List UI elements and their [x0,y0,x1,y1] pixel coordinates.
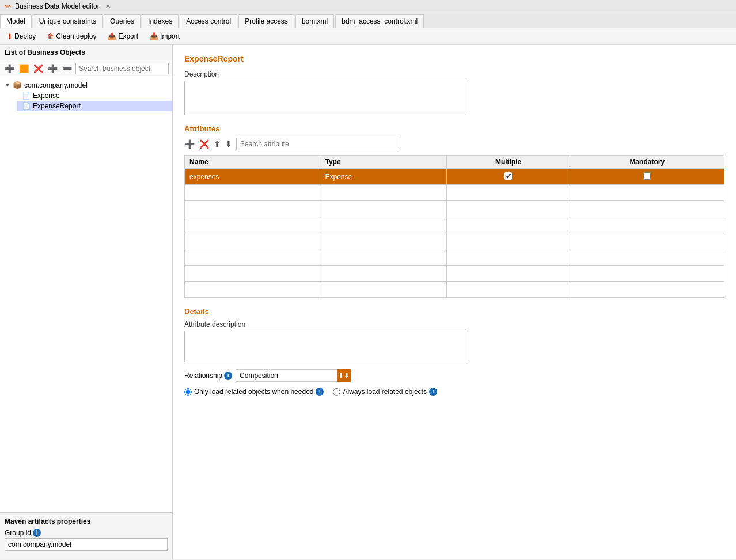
sidebar: List of Business Objects ➕ 🟧 ❌ ➕ ➖ ▼ 📦 c… [0,45,173,559]
empty-row-7 [185,282,724,298]
lazy-load-info-icon[interactable]: i [316,388,324,396]
group-id-input[interactable] [5,538,168,551]
description-textarea[interactable] [184,81,466,115]
group-id-info-icon[interactable]: i [33,529,41,537]
title-bar-close[interactable]: ✕ [105,3,111,10]
object-name-title: ExpenseReport [184,54,724,63]
export-button[interactable]: 📤 Export [105,31,141,41]
relationship-info-icon[interactable]: i [224,372,232,380]
add-package-button[interactable]: 🟧 [18,63,30,74]
package-icon: 📦 [13,81,22,89]
relationship-select[interactable]: Composition Aggregation [236,369,351,382]
object-icon-expense-report: 📄 [22,102,31,110]
empty-row-3 [185,217,724,233]
maven-group-id-label: Group id i [5,529,168,537]
empty-row-4 [185,233,724,249]
tab-bar: Model Unique constraints Queries Indexes… [0,13,736,28]
search-attribute-input[interactable] [236,138,397,150]
tree-children: 📄 Expense 📄 ExpenseReport [0,90,172,111]
attr-multiple-cell[interactable] [446,169,570,185]
delete-object-button[interactable]: ❌ [32,63,44,74]
tree-expense-report-item[interactable]: 📄 ExpenseReport [17,101,172,111]
mandatory-checkbox[interactable] [643,172,651,180]
relationship-select-wrap: Composition Aggregation ⬆⬇ [236,369,351,382]
attr-desc-label: Attribute description [184,320,724,328]
relationship-row: Relationship i Composition Aggregation ⬆… [184,369,724,382]
move-up-button[interactable]: ⬆ [213,139,221,149]
empty-row-1 [185,185,724,201]
table-row[interactable]: expenses Expense [185,169,724,185]
deploy-button[interactable]: ⬆ Deploy [5,31,38,41]
attributes-toolbar: ➕ ❌ ⬆ ⬇ [184,138,724,150]
tab-bom-xml[interactable]: bom.xml [295,14,334,28]
tab-unique-constraints[interactable]: Unique constraints [33,14,103,28]
add-attribute-button[interactable]: ➕ [184,139,195,149]
attr-type-cell: Expense [320,169,446,185]
clean-deploy-icon: 🗑 [47,32,54,40]
expense-label: Expense [33,92,60,100]
import-button[interactable]: 📥 Import [147,31,182,41]
expand-button[interactable]: ➕ [47,63,59,74]
col-mandatory: Mandatory [570,156,724,169]
move-down-button[interactable]: ⬇ [225,139,233,149]
eager-load-info-icon[interactable]: i [429,388,437,396]
editor-icon: ✏ [5,2,12,11]
sidebar-header: List of Business Objects [0,45,172,60]
search-business-object-input[interactable] [75,63,169,74]
tab-profile-access[interactable]: Profile access [238,14,294,28]
col-name: Name [185,156,320,169]
tree-expense-item[interactable]: 📄 Expense [17,90,172,101]
deploy-icon: ⬆ [7,32,13,40]
description-label: Description [184,70,724,78]
attr-mandatory-cell[interactable] [570,169,724,185]
details-title: Details [184,307,724,316]
content-area: ExpenseReport Description Attributes ➕ ❌… [173,45,736,559]
tree-area: ▼ 📦 com.company.model 📄 Expense 📄 Expens… [0,77,172,512]
maven-section: Maven artifacts properties Group id i [0,512,172,559]
main-toolbar: ⬆ Deploy 🗑 Clean deploy 📤 Export 📥 Impor… [0,28,736,45]
col-type: Type [320,156,446,169]
tree-toggle: ▼ [5,82,10,88]
tab-queries[interactable]: Queries [104,14,141,28]
empty-row-5 [185,249,724,266]
radio-row: Only load related objects when needed i … [184,388,724,396]
radio-eager-load[interactable]: Always load related objects i [333,388,437,396]
attr-desc-textarea[interactable] [184,331,466,362]
radio-lazy-load[interactable]: Only load related objects when needed i [184,388,324,396]
delete-attribute-button[interactable]: ❌ [199,139,210,149]
empty-row-6 [185,266,724,282]
tab-indexes[interactable]: Indexes [142,14,179,28]
attributes-table: Name Type Multiple Mandatory expenses Ex… [184,155,724,298]
col-multiple: Multiple [446,156,570,169]
export-icon: 📤 [108,32,116,40]
maven-title: Maven artifacts properties [5,517,168,525]
import-icon: 📥 [150,32,158,40]
attributes-title: Attributes [184,124,724,133]
collapse-button[interactable]: ➖ [61,63,73,74]
tab-bdm-access-control[interactable]: bdm_access_control.xml [335,14,424,28]
attr-name-cell: expenses [185,169,320,185]
package-label: com.company.model [24,81,88,89]
title-bar: ✏ Business Data Model editor ✕ [0,0,736,13]
tab-model[interactable]: Model [0,14,32,28]
title-bar-text: Business Data Model editor [15,2,100,10]
eager-load-radio[interactable] [333,388,340,396]
maven-group-id-field: Group id i [5,529,168,551]
sidebar-toolbar: ➕ 🟧 ❌ ➕ ➖ [0,60,172,77]
relationship-label: Relationship i [184,372,232,380]
details-section: Details Attribute description Relationsh… [184,307,724,396]
expense-report-label: ExpenseReport [33,102,81,110]
main-layout: List of Business Objects ➕ 🟧 ❌ ➕ ➖ ▼ 📦 c… [0,45,736,559]
object-icon-expense: 📄 [22,92,31,100]
tab-access-control[interactable]: Access control [180,14,237,28]
multiple-checkbox[interactable] [504,172,512,180]
tree-package-item[interactable]: ▼ 📦 com.company.model [0,80,172,90]
empty-row-2 [185,201,724,217]
add-object-button[interactable]: ➕ [3,63,16,74]
clean-deploy-button[interactable]: 🗑 Clean deploy [45,31,98,41]
lazy-load-radio[interactable] [184,388,192,396]
